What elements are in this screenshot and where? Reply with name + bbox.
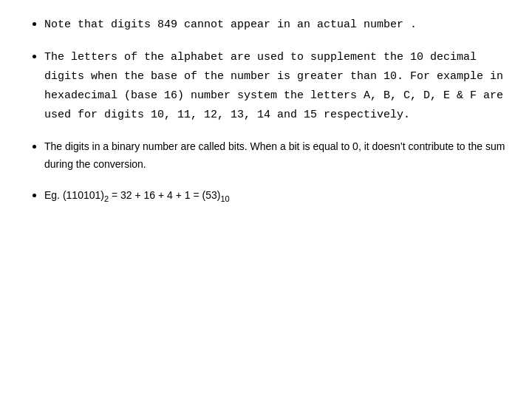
bullet-4-pre: Eg. (110101) bbox=[44, 189, 104, 201]
bullet-item-2: The letters of the alphabet are used to … bbox=[44, 47, 510, 124]
bullet-item-1: Note that digits 849 cannot appear in an… bbox=[44, 15, 510, 34]
bullet-item-4: Eg. (110101)2 = 32 + 16 + 4 + 1 = (53)10 bbox=[44, 186, 510, 205]
bullet-4-mid: = 32 + 16 + 4 + 1 = (53) bbox=[109, 189, 220, 201]
bullet-2-text: The letters of the alphabet are used to … bbox=[44, 51, 503, 121]
bullet-item-3: The digits in a binary number are called… bbox=[44, 137, 510, 173]
bullet-3-text: The digits in a binary number are called… bbox=[44, 140, 505, 170]
bullet-1-text: Note that digits 849 cannot appear in an… bbox=[44, 18, 417, 31]
bullet-4-sub2: 10 bbox=[220, 194, 229, 203]
bullet-4-text: Eg. (110101)2 = 32 + 16 + 4 + 1 = (53)10 bbox=[44, 189, 230, 201]
